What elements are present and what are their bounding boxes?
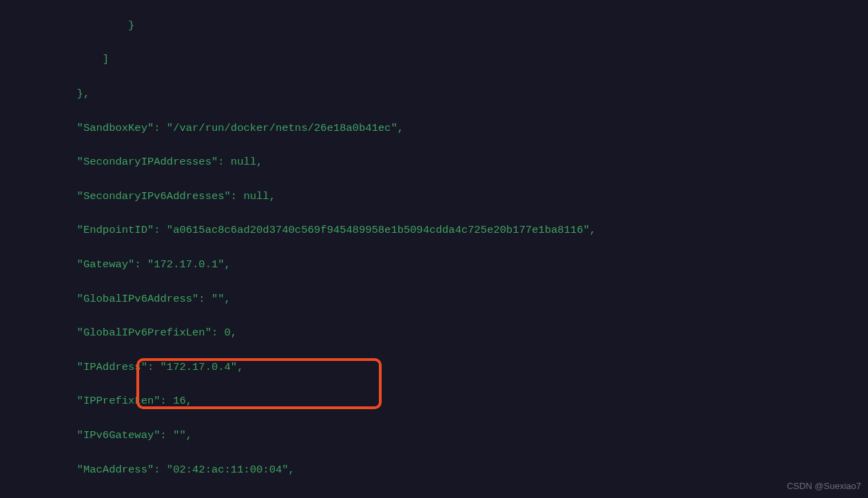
code-line: "MacAddress": "02:42:ac:11:00:04",	[0, 461, 868, 479]
code-line: "Gateway": "172.17.0.1",	[0, 256, 868, 273]
code-line: "GlobalIPv6Address": "",	[0, 291, 868, 308]
watermark: CSDN @Suexiao7	[787, 479, 861, 494]
code-line: "EndpointID": "a0615ac8c6ad20d3740c569f9…	[0, 222, 868, 239]
code-line: "SecondaryIPAddresses": null,	[0, 154, 868, 171]
code-line: }	[0, 17, 868, 34]
code-line: "IPAddress": "172.17.0.4",	[0, 359, 868, 376]
code-line: "IPv6Gateway": "",	[0, 427, 868, 444]
code-line: "SandboxKey": "/var/run/docker/netns/26e…	[0, 120, 868, 137]
code-line: "GlobalIPv6PrefixLen": 0,	[0, 324, 868, 342]
code-line: "Networks": {	[0, 495, 868, 498]
code-line: "IPPrefixLen": 16,	[0, 393, 868, 410]
terminal-output: } ] }, "SandboxKey": "/var/run/docker/ne…	[0, 0, 868, 498]
code-line: },	[0, 85, 868, 103]
code-line: ]	[0, 51, 868, 68]
code-line: "SecondaryIPv6Addresses": null,	[0, 188, 868, 205]
